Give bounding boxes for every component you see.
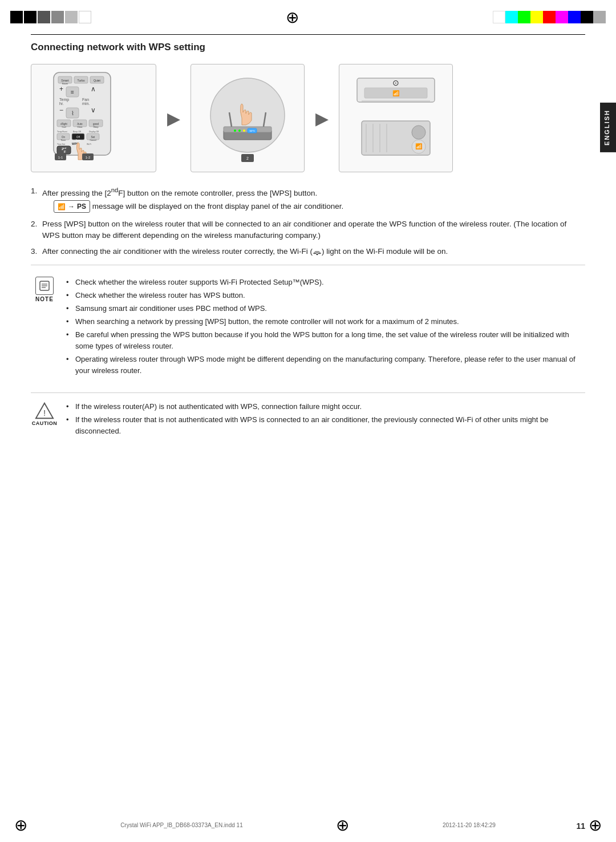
file-info-right: 2012-11-20 18:42:29 <box>443 822 496 828</box>
svg-text:On: On <box>62 136 66 139</box>
black-sq-2 <box>24 11 37 23</box>
crosshair-bottom-left <box>10 815 31 835</box>
svg-text:min.: min. <box>82 102 90 106</box>
caution-triangle-svg: ! <box>35 400 54 421</box>
caution-label: CAUTION <box>32 420 58 426</box>
svg-text:1-2: 1-2 <box>86 156 91 159</box>
black-sq-6 <box>79 11 91 23</box>
svg-text:good: good <box>93 123 99 126</box>
step-1-num: 1. <box>31 185 42 214</box>
svg-text:Fan: Fan <box>82 98 89 102</box>
black-sq-5 <box>65 11 78 23</box>
caution-item-1: • If the wireless router(AP) is not auth… <box>66 401 585 412</box>
cbar-white <box>493 11 505 23</box>
bullet-6: • <box>66 354 74 377</box>
caution-triangle: ! <box>35 401 54 420</box>
svg-point-57 <box>234 129 236 132</box>
svg-point-74 <box>412 126 425 139</box>
cbar-cyan <box>505 11 518 23</box>
note-label: NOTE <box>35 296 54 302</box>
cbar-magenta <box>556 11 568 23</box>
bullet-4: • <box>66 316 74 327</box>
svg-text:⌇: ⌇ <box>71 110 74 116</box>
caution-text-1: If the wireless router(AP) is not authen… <box>75 401 362 412</box>
svg-text:Cancel: Cancel <box>90 139 96 141</box>
step-2: 2. Press [WPS] button on the wireless ro… <box>31 218 585 242</box>
ac-unit-svg: ⊙ 📶 📶 <box>345 70 447 167</box>
svg-text:Clean: Clean <box>77 126 82 128</box>
svg-text:Timer: Timer <box>76 139 82 141</box>
note-text-3: Samsung smart air conditioner uses PBC m… <box>75 303 267 314</box>
svg-text:Off: Off <box>76 136 80 139</box>
arrow-2: ▶ <box>305 108 339 128</box>
content-rule <box>31 265 585 265</box>
bullet-3: • <box>66 303 74 314</box>
svg-text:Display Off: Display Off <box>89 131 99 133</box>
svg-text:1-1: 1-1 <box>58 156 63 159</box>
bottom-bar: Crystal WiFi APP_IB_DB68-03373A_EN.indd … <box>0 812 616 842</box>
caution-section: ! CAUTION • If the wireless router(AP) i… <box>31 401 585 439</box>
caution-rule <box>31 392 585 393</box>
bullet-1: • <box>66 277 74 288</box>
svg-text:hr.: hr. <box>59 102 64 106</box>
svg-text:!: ! <box>43 408 46 418</box>
caution-text-2: If the wireless router that is not authe… <box>75 414 585 437</box>
note-item-5: • Be careful when pressing the WPS butto… <box>66 329 585 352</box>
cbar-yellow <box>530 11 543 23</box>
black-sq-3 <box>38 11 50 23</box>
note-text-1: Check whether the wireless router suppor… <box>75 277 324 288</box>
cbar-black <box>581 11 593 23</box>
svg-text:Cool: Cool <box>62 126 66 128</box>
svg-point-58 <box>238 129 241 132</box>
ps-display-box: 📶 → PS <box>54 200 90 213</box>
bullet-2: • <box>66 290 74 301</box>
black-squares <box>10 11 91 23</box>
diagram-box-router: WPS 2 <box>191 64 305 172</box>
svg-text:∧: ∧ <box>91 85 96 93</box>
router-svg: WPS 2 <box>196 70 299 167</box>
svg-text:Sleep: Sleep <box>94 126 99 128</box>
svg-text:F: F <box>64 150 66 153</box>
file-info-left: Crystal WiFi APP_IB_DB68-03373A_EN.indd … <box>120 822 243 828</box>
note-icon <box>35 277 54 295</box>
caution-bullet-1: • <box>66 401 74 412</box>
english-side-tab: ENGLISH <box>600 103 616 152</box>
svg-text:📶: 📶 <box>415 143 423 150</box>
svg-text:Set: Set <box>91 136 96 139</box>
black-sq-1 <box>10 11 23 23</box>
top-rule <box>31 34 585 35</box>
section-title: Connecting network with WPS setting <box>31 42 585 53</box>
caution-icon-col: ! CAUTION <box>31 401 58 426</box>
svg-text:∨: ∨ <box>91 106 96 114</box>
svg-text:⊙: ⊙ <box>392 78 399 87</box>
svg-text:+: + <box>59 85 63 93</box>
crosshair-bottom-right <box>585 815 606 835</box>
diagram-box-ac: ⊙ 📶 📶 <box>339 64 453 172</box>
svg-text:Quiet: Quiet <box>94 79 101 82</box>
reg-mark-left <box>10 11 91 23</box>
note-text-4: When searching a network by pressing [WP… <box>75 316 459 327</box>
svg-text:2: 2 <box>246 156 249 160</box>
step-3-text: After connecting the air conditioner wit… <box>42 246 585 257</box>
crosshair-top-center <box>282 7 302 27</box>
svg-text:📶: 📶 <box>392 90 400 97</box>
note-content: • Check whether the wireless router supp… <box>66 277 585 379</box>
step-2-text: Press [WPS] button on the wireless route… <box>42 218 585 242</box>
note-text-6: Operating wireless router through WPS mo… <box>75 354 585 377</box>
cbar-red <box>543 11 556 23</box>
ps-text: PS <box>77 201 86 212</box>
svg-text:≡: ≡ <box>71 89 74 95</box>
svg-text:WPS: WPS <box>249 129 254 132</box>
note-icon-col: NOTE <box>31 277 58 302</box>
note-item-3: • Samsung smart air conditioner uses PBC… <box>66 303 585 314</box>
steps-list: 1. After pressing the [2ndF] button on t… <box>31 185 585 258</box>
svg-text:−: − <box>59 106 63 114</box>
svg-text:d'light: d'light <box>60 123 67 126</box>
svg-text:Temp/Humi: Temp/Humi <box>57 131 67 133</box>
svg-text:Turbo: Turbo <box>78 79 85 82</box>
ps-signal: 📶 <box>58 202 66 212</box>
svg-text:Timer: Timer <box>61 139 67 141</box>
step-3: 3. After connecting the air conditioner … <box>31 246 585 257</box>
step-1: 1. After pressing the [2ndF] button on t… <box>31 185 585 214</box>
diagram-box-remote: Smart Saver Turbo Quiet + ≡ ∧ Temp hr. F… <box>31 64 156 172</box>
